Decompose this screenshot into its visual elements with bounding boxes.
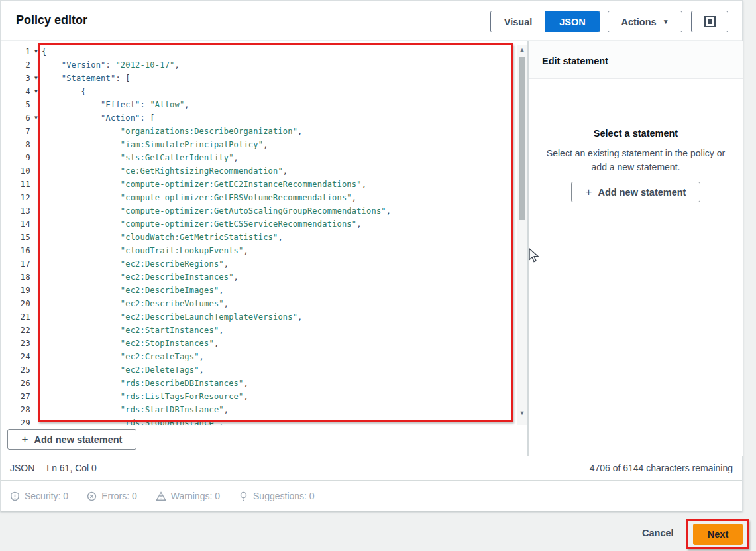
code-line: 12 "compute-optimizer:GetEBSVolumeRecomm… <box>1 191 517 204</box>
policy-editor-card: Policy editor Visual JSON Actions ▼ 1▼{2… <box>0 0 743 511</box>
line-number: 20 <box>1 297 30 310</box>
code-line: 11 "compute-optimizer:GetEC2InstanceReco… <box>1 178 517 191</box>
header: Policy editor Visual JSON Actions ▼ <box>1 1 742 41</box>
line-number: 6 <box>1 111 30 125</box>
line-number: 14 <box>1 217 30 231</box>
characters-remaining: 4706 of 6144 characters remaining <box>590 463 733 473</box>
line-number: 25 <box>1 363 30 377</box>
code-line: 5 "Effect": "Allow", <box>1 98 517 111</box>
warnings-findings[interactable]: Warnings: 0 <box>156 491 220 501</box>
scrollbar-thumb[interactable] <box>519 57 525 220</box>
code-line: 26 "rds:DescribeDBInstances", <box>1 377 517 390</box>
line-number: 18 <box>1 271 30 284</box>
line-number: 11 <box>1 178 30 191</box>
code-line: 4▼ { <box>1 85 517 98</box>
code-line: 7 "organizations:DescribeOrganization", <box>1 125 517 138</box>
security-findings[interactable]: Security: 0 <box>10 491 68 501</box>
window-layout-icon <box>704 16 716 27</box>
line-number: 8 <box>1 138 30 151</box>
json-code-editor[interactable]: 1▼{2 "Version": "2012-10-17",3▼ "Stateme… <box>1 45 517 425</box>
actions-button[interactable]: Actions ▼ <box>608 11 682 32</box>
code-line: 3▼ "Statement": [ <box>1 72 517 85</box>
suggestions-findings[interactable]: Suggestions: 0 <box>239 491 315 501</box>
fold-toggle-icon[interactable]: ▼ <box>30 72 42 85</box>
line-number: 3 <box>1 72 30 85</box>
code-lines: 1▼{2 "Version": "2012-10-17",3▼ "Stateme… <box>1 45 517 425</box>
errors-icon <box>87 491 97 501</box>
cursor-position: Ln 61, Col 0 <box>46 463 97 473</box>
tab-visual[interactable]: Visual <box>491 11 545 32</box>
code-line: 25 "ec2:DeleteTags", <box>1 363 517 377</box>
code-line: 18 "ec2:DescribeInstances", <box>1 271 517 284</box>
code-line: 16 "cloudTrail:LookupEvents", <box>1 244 517 257</box>
line-number: 24 <box>1 350 30 363</box>
line-number: 23 <box>1 337 30 350</box>
code-line: 13 "compute-optimizer:GetAutoScalingGrou… <box>1 204 517 217</box>
statement-empty-state: Select a statement Select an existing st… <box>529 128 743 202</box>
code-line: 10 "ce:GetRightsizingRecommendation", <box>1 164 517 178</box>
line-number: 28 <box>1 403 30 416</box>
code-line: 1▼{ <box>1 45 517 58</box>
line-number: 13 <box>1 204 30 217</box>
code-line: 17 "ec2:DescribeRegions", <box>1 257 517 271</box>
line-number: 26 <box>1 377 30 390</box>
line-number: 10 <box>1 164 30 178</box>
code-line: 20 "ec2:DescribeVolumes", <box>1 297 517 310</box>
editor-scrollbar[interactable]: ▲ ▼ <box>517 45 527 425</box>
warnings-icon <box>156 491 166 501</box>
panel-title: Edit statement <box>542 56 608 66</box>
fold-toggle-icon[interactable]: ▼ <box>30 45 42 58</box>
line-number: 22 <box>1 324 30 337</box>
actions-button-label: Actions <box>621 17 656 27</box>
line-number: 16 <box>1 244 30 257</box>
code-line: 19 "ec2:DescribeImages", <box>1 284 517 297</box>
edit-statement-panel: Edit statement Select a statement Select… <box>529 41 743 456</box>
issues-bar: Security: 0 Errors: 0 Warnings: 0 Sugges… <box>1 481 742 511</box>
scroll-down-icon[interactable]: ▼ <box>517 410 527 416</box>
code-line: 28 "rds:StartDBInstance", <box>1 403 517 416</box>
code-line: 29 "rds:StopDBInstance", <box>1 416 517 425</box>
scroll-up-icon[interactable]: ▲ <box>517 46 527 53</box>
line-number: 15 <box>1 231 30 244</box>
code-line: 9 "sts:GetCallerIdentity", <box>1 151 517 164</box>
add-new-statement-label: Add new statement <box>34 434 123 445</box>
editor-mode-label: JSON <box>10 463 34 473</box>
panel-add-new-statement-button[interactable]: + Add new statement <box>571 182 700 202</box>
fold-toggle-icon[interactable]: ▼ <box>30 111 42 125</box>
line-number: 4 <box>1 85 30 98</box>
empty-state-title: Select a statement <box>529 128 743 139</box>
tab-json[interactable]: JSON <box>545 11 600 32</box>
plus-icon: + <box>22 433 28 446</box>
cancel-button[interactable]: Cancel <box>642 528 674 538</box>
line-number: 7 <box>1 125 30 138</box>
editor-statusbar: JSON Ln 61, Col 0 4706 of 6144 character… <box>1 456 742 481</box>
code-line: 24 "ec2:CreateTags", <box>1 350 517 363</box>
line-number: 5 <box>1 98 30 111</box>
panel-header: Edit statement <box>529 41 743 79</box>
line-number: 21 <box>1 310 30 324</box>
code-line: 22 "ec2:StartInstances", <box>1 324 517 337</box>
code-line: 21 "ec2:DescribeLaunchTemplateVersions", <box>1 310 517 324</box>
code-line: 15 "cloudWatch:GetMetricStatistics", <box>1 231 517 244</box>
fold-toggle-icon[interactable]: ▼ <box>30 85 42 98</box>
line-number: 19 <box>1 284 30 297</box>
errors-findings[interactable]: Errors: 0 <box>87 491 137 501</box>
next-button[interactable]: Next <box>693 524 743 545</box>
code-line: 23 "ec2:StopInstances", <box>1 337 517 350</box>
panel-add-new-statement-label: Add new statement <box>598 187 686 198</box>
suggestions-icon <box>239 491 248 501</box>
editor-pane: 1▼{2 "Version": "2012-10-17",3▼ "Stateme… <box>1 41 527 456</box>
security-shield-icon <box>10 491 20 501</box>
code-line: 14 "compute-optimizer:GetECSServiceRecom… <box>1 217 517 231</box>
empty-state-text: Select an existing statement in the poli… <box>529 147 743 174</box>
add-new-statement-button[interactable]: + Add new statement <box>7 429 136 450</box>
line-number: 9 <box>1 151 30 164</box>
view-toggle: Visual JSON <box>490 11 600 32</box>
line-number: 2 <box>1 58 30 72</box>
line-number: 17 <box>1 257 30 271</box>
code-line: 27 "rds:ListTagsForResource", <box>1 390 517 403</box>
code-line: 8 "iam:SimulatePrincipalPolicy", <box>1 138 517 151</box>
line-number: 27 <box>1 390 30 403</box>
panel-layout-button[interactable] <box>691 11 728 32</box>
chevron-down-icon: ▼ <box>663 18 669 25</box>
